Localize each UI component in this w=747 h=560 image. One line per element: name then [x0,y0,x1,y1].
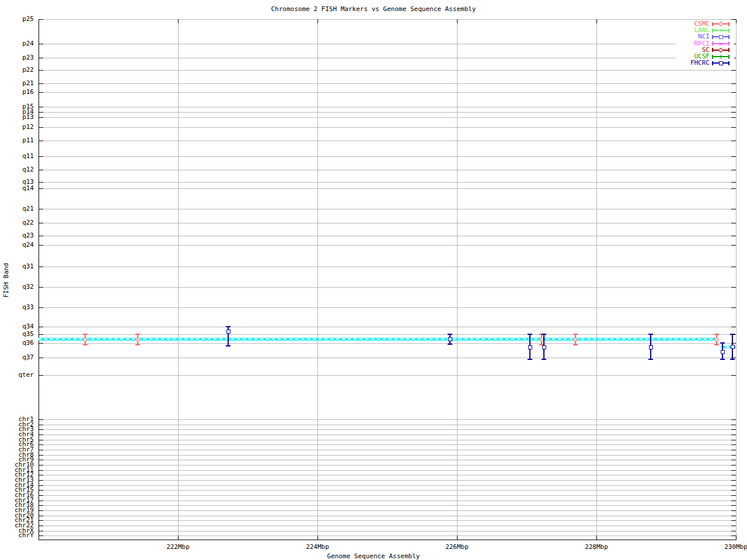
y-tick-right [731,485,736,486]
gridline-h [39,460,736,460]
y-tick-left [39,307,43,308]
error-bar-cap-top [528,334,532,335]
error-bar-cap-top [83,334,88,335]
gridline-h [39,520,736,521]
y-tick-right [731,480,736,481]
y-tick-right [731,127,736,128]
y-tick-right [731,460,736,460]
gridline-h [39,156,736,157]
y-tick-right [731,170,736,170]
y-tick-right [731,156,736,157]
y-tick-left [39,435,43,435]
y-tick-right [731,450,736,450]
y-tick-left [39,485,43,486]
gridline-v [736,19,736,540]
y-tick-left [39,107,43,107]
y-tick-left [39,425,43,425]
marker-square [226,330,231,334]
gridline-h [39,112,736,113]
y-tick-left [39,209,43,209]
y-tick-label: q32 [1,284,34,290]
y-tick-left [39,287,43,288]
y-tick-label: q22 [1,220,34,226]
y-tick-left [39,83,43,84]
gridline-h [39,490,736,491]
y-tick-right [731,287,736,288]
y-tick-label: q14 [1,186,34,191]
legend-sample-cap [712,61,713,65]
y-tick-right [731,375,736,376]
gridline-h [39,44,736,44]
y-tick-left [39,516,43,516]
y-tick-right [731,141,736,141]
error-bar-cap-bottom [135,344,140,345]
y-tick-right [731,510,736,511]
y-tick-right [731,455,736,456]
y-tick-right [731,526,736,526]
y-tick-label: q31 [1,264,34,270]
y-tick-left [39,429,43,430]
y-tick-right [731,83,736,84]
legend-sample-cap [712,48,713,52]
y-tick-left [39,444,43,445]
gridline-h [39,485,736,486]
x-tick-top [457,19,458,23]
gridline-h [39,444,736,445]
x-tick-bottom [457,536,458,540]
y-tick-label: q35 [1,331,34,337]
marker-square [719,61,723,65]
y-tick-label: chrY [1,533,34,538]
y-tick-left [39,70,43,71]
error-bar-cap-bottom [730,359,735,360]
y-tick-label: q34 [1,324,34,330]
y-tick-left [39,112,43,113]
y-tick-right [731,117,736,118]
y-tick-right [731,307,736,308]
x-tick-label: 224Mbp [300,544,335,551]
y-tick-label: p11 [1,138,34,144]
y-tick-right [731,440,736,440]
y-tick-left [39,358,43,358]
x-tick-top [736,19,736,23]
y-tick-right [731,209,736,209]
y-tick-right [731,334,736,335]
error-bar-cap-bottom [83,344,88,345]
x-tick-bottom [596,536,597,540]
error-bar-cap-top [135,334,140,335]
error-bar-cap-bottom [714,344,719,345]
y-tick-right [731,505,736,506]
x-tick-top [596,19,597,23]
y-tick-right [731,490,736,491]
y-tick-left [39,505,43,506]
y-tick-left [39,236,43,236]
y-tick-label: q33 [1,304,34,310]
legend-label-fhcrc: FHCRC [677,60,710,66]
legend: CSMCLANLNCIRPCISCUCSFFHCRC [676,20,734,68]
y-tick-right [731,188,736,189]
y-tick-right [731,327,736,327]
gridline-v [317,19,318,540]
gridline-v [178,19,179,540]
y-tick-left [39,92,43,93]
gridline-h [39,501,736,501]
y-tick-left [39,470,43,471]
y-tick-left [39,170,43,170]
error-bar-cap-top [573,334,578,335]
gridline-h [39,526,736,526]
x-tick-bottom [178,536,179,540]
y-tick-label: p25 [1,16,34,22]
legend-sample-cap [712,29,713,33]
x-tick-label: 230Mbp [718,544,747,551]
y-tick-right [731,465,736,466]
error-bar-cap-top [720,342,725,344]
marker-diamond [718,22,723,26]
gridline-h [39,475,736,475]
y-tick-right [731,435,736,435]
legend-sample-cap [728,61,729,65]
y-tick-left [39,343,43,344]
y-tick-right [731,495,736,496]
error-bar-cap-top [448,334,452,335]
y-tick-left [39,267,43,267]
gridline-h [39,435,736,435]
gridline-h [39,343,736,344]
